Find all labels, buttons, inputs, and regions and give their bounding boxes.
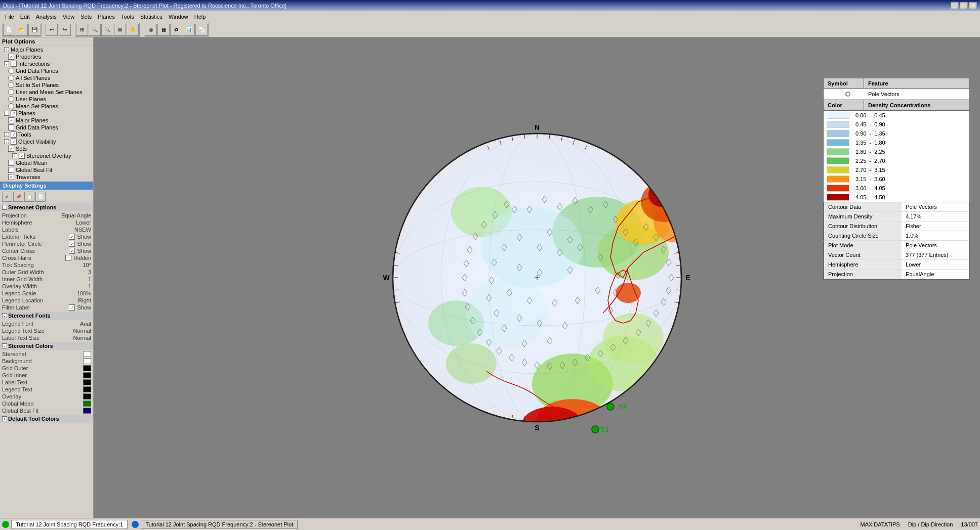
menu-sets[interactable]: Sets bbox=[77, 13, 95, 21]
menu-help[interactable]: Help bbox=[191, 13, 209, 21]
center-cross-checkbox[interactable] bbox=[69, 248, 75, 254]
tree-user-mean-set[interactable]: User and Mean Set Planes bbox=[0, 89, 93, 96]
settings-pin-btn[interactable]: 📌 bbox=[13, 192, 23, 202]
menu-analysis[interactable]: Analysis bbox=[33, 13, 60, 21]
tree-properties[interactable]: Properties bbox=[0, 53, 93, 60]
expand-stereonet-overlay[interactable]: + bbox=[12, 153, 17, 158]
expand-colors[interactable]: - bbox=[2, 343, 7, 348]
background-color-swatch[interactable] bbox=[83, 358, 91, 364]
expand-intersections[interactable]: - bbox=[4, 61, 9, 66]
stereonet-options-section[interactable]: - Stereonet Options bbox=[0, 203, 93, 211]
properties-checkbox[interactable] bbox=[8, 54, 14, 60]
planes-grid-checkbox[interactable] bbox=[8, 124, 14, 130]
tree-grid-data-planes[interactable]: Grid Data Planes bbox=[0, 67, 93, 74]
tree-all-set-planes[interactable]: All Set Planes bbox=[0, 74, 93, 81]
expand-stereonet-opts[interactable]: - bbox=[2, 205, 7, 210]
status-tab-1[interactable]: Tutorial 12 Joint Spacing RQD Frequency:… bbox=[11, 520, 128, 529]
tools-checkbox[interactable] bbox=[11, 131, 17, 138]
density-button[interactable]: ▦ bbox=[157, 24, 170, 36]
global-best-fit-checkbox[interactable] bbox=[8, 167, 14, 173]
zoom-window-button[interactable]: ⊞ bbox=[76, 24, 88, 36]
sets-checkbox[interactable] bbox=[8, 146, 14, 152]
default-tool-colors-section[interactable]: + Default Tool Colors bbox=[0, 415, 93, 423]
all-set-planes-radio[interactable] bbox=[8, 75, 14, 81]
traverses-checkbox[interactable] bbox=[8, 174, 14, 180]
planes-checkbox[interactable] bbox=[11, 110, 17, 116]
global-best-fit-color-swatch[interactable] bbox=[83, 408, 91, 414]
menu-edit[interactable]: Edit bbox=[17, 13, 33, 21]
stereonet-plot[interactable]: N S E W bbox=[380, 121, 694, 434]
perimeter-circle-checkbox[interactable] bbox=[69, 241, 75, 247]
overlay-color-swatch[interactable] bbox=[83, 393, 91, 400]
zoom-all-button[interactable]: ⊠ bbox=[114, 24, 126, 36]
plot-options-header[interactable]: Plot Options bbox=[0, 37, 93, 46]
cross-hairs-checkbox[interactable] bbox=[65, 255, 71, 261]
contour-button[interactable]: ◎ bbox=[145, 24, 157, 36]
settings-paste-btn[interactable]: 📄 bbox=[35, 192, 46, 202]
redo-button[interactable]: ↪ bbox=[59, 24, 71, 36]
user-mean-set-radio[interactable] bbox=[8, 89, 14, 95]
new-button[interactable]: 📄 bbox=[3, 24, 15, 36]
undo-button[interactable]: ↩ bbox=[46, 24, 58, 36]
tree-traverses[interactable]: Traverses bbox=[0, 173, 93, 181]
obj-vis-checkbox[interactable] bbox=[11, 139, 17, 145]
tree-planes-grid[interactable]: Grid Data Planes bbox=[0, 124, 93, 131]
stereonet-color-swatch[interactable] bbox=[83, 351, 91, 357]
menu-planes[interactable]: Planes bbox=[95, 13, 118, 21]
minimize-button[interactable]: _ bbox=[951, 2, 959, 9]
expand-planes[interactable]: - bbox=[4, 111, 9, 116]
legend-text-color-swatch[interactable] bbox=[83, 386, 91, 392]
tree-planes-major[interactable]: Major Planes bbox=[0, 117, 93, 124]
tree-tools[interactable]: - Tools bbox=[0, 131, 93, 138]
statistics-btn2[interactable]: 📈 bbox=[195, 24, 208, 36]
menu-file[interactable]: File bbox=[2, 13, 17, 21]
global-mean-checkbox[interactable] bbox=[8, 160, 14, 166]
tree-intersections[interactable]: - Intersections bbox=[0, 60, 93, 67]
grid-inner-color-swatch[interactable] bbox=[83, 372, 91, 378]
tree-global-best-fit[interactable]: Global Best Fit bbox=[0, 166, 93, 173]
tree-object-visibility[interactable]: - Object Visibility bbox=[0, 138, 93, 145]
tree-user-planes[interactable]: User Planes bbox=[0, 96, 93, 103]
pan-button[interactable]: ✋ bbox=[127, 24, 139, 36]
stereonet-overlay-checkbox[interactable] bbox=[19, 153, 25, 159]
tree-stereonet-overlay[interactable]: + Stereonet Overlay bbox=[0, 152, 93, 159]
user-planes-radio[interactable] bbox=[8, 96, 14, 102]
settings-copy-btn[interactable]: 📋 bbox=[24, 192, 34, 202]
grid-data-planes-radio[interactable] bbox=[8, 68, 14, 74]
exterior-ticks-checkbox[interactable] bbox=[69, 234, 75, 240]
status-tab-2[interactable]: Tutorial 12 Joint Spacing RQD Frequency:… bbox=[141, 520, 298, 529]
histogram-button[interactable]: 📊 bbox=[183, 24, 195, 36]
tree-sets[interactable]: Sets bbox=[0, 145, 93, 152]
stereonet-fonts-section[interactable]: - Stereonet Fonts bbox=[0, 312, 93, 320]
stereonet-colors-section[interactable]: - Stereonet Colors bbox=[0, 342, 93, 350]
menu-window[interactable]: Window bbox=[166, 13, 191, 21]
rosette-button[interactable]: ✿ bbox=[170, 24, 182, 36]
mean-set-planes-radio[interactable] bbox=[8, 103, 14, 109]
intersections-checkbox[interactable] bbox=[11, 61, 17, 67]
expand-obj-vis[interactable]: - bbox=[4, 139, 9, 144]
set-to-set-radio[interactable] bbox=[8, 82, 14, 88]
zoom-in-button[interactable]: 🔍 bbox=[89, 24, 101, 36]
close-button[interactable]: ✕ bbox=[969, 2, 977, 9]
filter-label-checkbox[interactable] bbox=[69, 304, 75, 311]
grid-outer-color-swatch[interactable] bbox=[83, 365, 91, 371]
menu-statistics[interactable]: Statistics bbox=[137, 13, 166, 21]
expand-tools[interactable]: - bbox=[4, 132, 9, 137]
label-text-color-swatch[interactable] bbox=[83, 379, 91, 385]
planes-major-checkbox[interactable] bbox=[8, 117, 14, 123]
menu-tools[interactable]: Tools bbox=[118, 13, 137, 21]
expand-tool-colors[interactable]: + bbox=[2, 416, 7, 421]
zoom-out-button[interactable]: 🔍 bbox=[101, 24, 113, 36]
settings-check-btn[interactable]: ✓ bbox=[2, 192, 12, 202]
tree-set-to-set-planes[interactable]: Set to Set Planes bbox=[0, 81, 93, 89]
expand-major-planes[interactable]: + bbox=[4, 47, 9, 52]
tree-planes[interactable]: - Planes bbox=[0, 110, 93, 117]
tree-mean-set-planes[interactable]: Mean Set Planes bbox=[0, 103, 93, 110]
menu-view[interactable]: View bbox=[60, 13, 78, 21]
open-button[interactable]: 📂 bbox=[16, 24, 28, 36]
tree-major-planes[interactable]: + Major Planes bbox=[0, 46, 93, 53]
save-button[interactable]: 💾 bbox=[28, 24, 40, 36]
expand-fonts[interactable]: - bbox=[2, 313, 7, 318]
tree-global-mean[interactable]: Global Mean bbox=[0, 159, 93, 166]
maximize-button[interactable]: □ bbox=[960, 2, 968, 9]
